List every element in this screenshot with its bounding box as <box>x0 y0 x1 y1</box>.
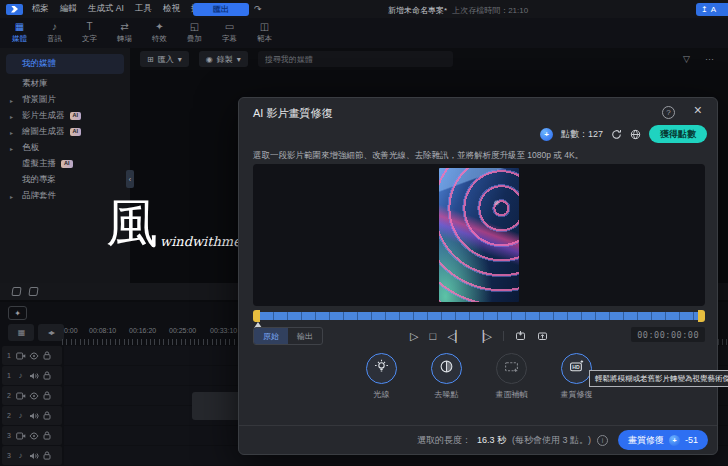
mark-out-icon[interactable] <box>537 330 548 343</box>
menu-item[interactable]: 工具 <box>135 3 152 15</box>
lock-icon[interactable] <box>40 411 53 420</box>
timecode-display: 00:00:00:00 <box>631 327 705 342</box>
share-button[interactable]: ↥A <box>696 3 728 16</box>
menu-item[interactable]: 檢視 <box>163 3 180 15</box>
expand-arrow-icon[interactable]: ▸ <box>10 193 13 200</box>
tab-icon: T <box>86 22 92 32</box>
visibility-eye-icon[interactable] <box>27 352 40 360</box>
visibility-eye-icon[interactable] <box>27 432 40 440</box>
menu-item[interactable]: 檔案 <box>32 3 49 15</box>
visibility-eye-icon[interactable] <box>27 392 40 400</box>
lock-icon[interactable] <box>40 391 53 400</box>
quality-repair-button[interactable]: 畫質修復 + -51 <box>618 430 708 450</box>
info-icon[interactable]: i <box>597 435 608 446</box>
trim-range-bar <box>253 310 705 322</box>
expand-arrow-icon[interactable]: ▸ <box>10 97 13 104</box>
sidebar-item[interactable]: ▸ 色板 <box>6 140 124 156</box>
redo-icon[interactable]: ↷ <box>254 5 262 14</box>
tab[interactable]: ◫ 範本 <box>247 18 282 48</box>
sidebar-item-label: 背景圖片 <box>22 94 56 106</box>
feature-light[interactable]: 光線 <box>358 353 406 400</box>
panel-action-icon[interactable] <box>11 287 21 296</box>
menu-item[interactable]: 編輯 <box>60 3 77 15</box>
close-icon[interactable]: × <box>694 102 702 118</box>
sidebar-item[interactable]: 我的媒體 <box>6 54 124 74</box>
panel-action-icon[interactable] <box>28 287 38 296</box>
sidebar-item-label: 素材庫 <box>22 78 48 90</box>
sidebar-item[interactable]: ▸ 背景圖片 <box>6 92 124 108</box>
export-button[interactable]: 匯出 <box>193 3 249 16</box>
sidebar-collapse-handle[interactable]: ‹ <box>126 170 134 188</box>
tab[interactable]: ◱ 疊加 <box>177 18 212 48</box>
expand-arrow-icon[interactable]: ▸ <box>10 145 13 152</box>
track-header[interactable]: 3 ♪ <box>2 446 62 465</box>
media-view-button[interactable]: ▦ <box>8 324 34 341</box>
trim-handle-right[interactable] <box>698 310 705 322</box>
sidebar-item-label: 繪圖生成器 <box>22 126 65 138</box>
tab[interactable]: ♪ 音訊 <box>37 18 72 48</box>
stop-icon[interactable]: □ <box>429 331 436 342</box>
lock-icon[interactable] <box>40 351 53 360</box>
trim-handle-left[interactable] <box>253 310 260 322</box>
filter-icon[interactable]: ▽ <box>683 54 690 64</box>
tab[interactable]: ▭ 字幕 <box>212 18 247 48</box>
expand-arrow-icon[interactable]: ▸ <box>10 113 13 120</box>
sidebar-item[interactable]: 素材庫 <box>6 76 124 92</box>
tab-icon: ◫ <box>260 22 269 32</box>
trim-tool-button[interactable]: ◂▸ <box>38 324 64 341</box>
feature-frame-interpolation[interactable]: 畫面補幀 <box>488 353 536 400</box>
globe-icon[interactable] <box>630 129 641 140</box>
track-header[interactable]: 3 ♪ <box>2 426 62 445</box>
sidebar-item[interactable]: 虛擬主播 AI <box>6 156 124 172</box>
main-tab-bar: ▦ 媒體 ♪ 音訊 T 文字 ⇄ 轉場 ✦ 特效 <box>0 18 728 48</box>
app-logo-icon[interactable] <box>6 4 23 15</box>
next-frame-icon[interactable]: ▕▷ <box>475 331 492 342</box>
mute-speaker-icon[interactable] <box>27 452 40 460</box>
tab[interactable]: ⇄ 轉場 <box>107 18 142 48</box>
ai-badge: AI <box>70 112 82 121</box>
help-icon[interactable]: ? <box>662 106 675 119</box>
tab-icon: ♪ <box>52 22 57 32</box>
sidebar-item[interactable]: ▸ 繪圖生成器 AI <box>6 124 124 140</box>
trim-range-track[interactable] <box>259 312 699 320</box>
project-title: 新增未命名專案*上次存檔時間：21:10 <box>388 5 528 16</box>
get-credits-button[interactable]: 獲得點數 <box>649 125 707 143</box>
lock-icon[interactable] <box>40 371 53 380</box>
video-frame[interactable] <box>439 168 519 302</box>
svg-text:HD: HD <box>572 364 580 370</box>
import-button[interactable]: ⊞ 匯入 ▾ <box>140 51 189 67</box>
menu-item[interactable]: 生成式 AI <box>88 3 124 15</box>
ruler-timestamp: 00:25:00 <box>169 327 196 334</box>
track-header[interactable]: 2 ♪ <box>2 406 62 425</box>
tab[interactable]: ▦ 媒體 <box>2 18 37 48</box>
expand-arrow-icon[interactable]: ▸ <box>10 129 13 136</box>
project-name: 新增未命名專案* <box>388 6 447 15</box>
magic-tool-button[interactable]: ✦ <box>8 306 27 320</box>
ruler-timestamp: 00:16:20 <box>129 327 156 334</box>
play-icon[interactable]: ▷ <box>410 331 418 342</box>
mute-speaker-icon[interactable] <box>27 412 40 420</box>
record-button[interactable]: ◉ 錄製 ▾ <box>199 51 248 67</box>
toggle-original[interactable]: 原始 <box>254 328 288 344</box>
top-menu-bar: 檔案編輯生成式 AI工具檢視播放 ▣ ↶ ↷ 匯出 新增未命名專案*上次存檔時間… <box>0 0 728 18</box>
more-options-icon[interactable]: ··· <box>705 54 714 64</box>
lock-icon[interactable] <box>40 451 53 460</box>
feature-denoise[interactable]: 去噪點 <box>423 353 471 400</box>
tab-label: 文字 <box>82 34 97 44</box>
tab[interactable]: ✦ 特效 <box>142 18 177 48</box>
sidebar-item[interactable]: ▸ 影片生成器 AI <box>6 108 124 124</box>
mark-in-icon[interactable] <box>515 330 526 343</box>
mute-speaker-icon[interactable] <box>27 372 40 380</box>
toggle-output[interactable]: 輸出 <box>288 328 322 344</box>
sidebar-item[interactable]: 我的專案 <box>6 172 124 188</box>
watermark-character: 風 <box>106 197 158 249</box>
track-header[interactable]: 2 ♪ <box>2 386 62 405</box>
tab-icon: ▭ <box>225 22 234 32</box>
refresh-icon[interactable] <box>611 129 622 140</box>
search-input[interactable] <box>258 51 453 67</box>
previous-frame-icon[interactable]: ◁▏ <box>447 331 464 342</box>
track-header[interactable]: 1 ♪ <box>2 346 62 365</box>
tab[interactable]: T 文字 <box>72 18 107 48</box>
track-header[interactable]: 1 ♪ <box>2 366 62 385</box>
lock-icon[interactable] <box>40 431 53 440</box>
